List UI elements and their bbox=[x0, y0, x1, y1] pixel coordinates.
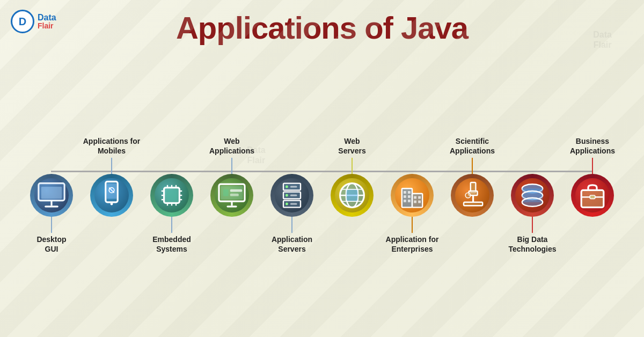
line-bottom-embedded bbox=[171, 217, 172, 233]
node-app-servers: ApplicationServers bbox=[262, 128, 322, 262]
svg-rect-50 bbox=[404, 195, 406, 198]
line-top-business bbox=[592, 158, 593, 174]
svg-rect-29 bbox=[230, 189, 242, 192]
svg-rect-52 bbox=[404, 200, 406, 202]
line-bottom-scientific bbox=[472, 217, 473, 233]
svg-rect-38 bbox=[290, 194, 297, 196]
svg-rect-56 bbox=[414, 201, 416, 203]
line-top-scientific bbox=[472, 158, 473, 174]
node-bigdata: Big DataTechnologies bbox=[502, 128, 562, 262]
node-scientific: ScientificApplications bbox=[442, 128, 502, 262]
page-title: Applications of Java bbox=[0, 0, 644, 46]
svg-rect-37 bbox=[290, 186, 297, 187]
svg-rect-61 bbox=[464, 202, 482, 206]
node-embedded: EmbeddedSystems bbox=[142, 128, 202, 262]
label-bottom-embedded: EmbeddedSystems bbox=[152, 233, 191, 262]
node-business: BusinessApplications bbox=[562, 128, 623, 262]
line-top-app-servers bbox=[291, 158, 292, 174]
svg-point-35 bbox=[286, 194, 288, 197]
circle-outer-desktop-gui bbox=[30, 174, 73, 217]
label-bottom-app-servers: ApplicationServers bbox=[272, 233, 312, 262]
circle-inner-enterprises bbox=[395, 178, 429, 213]
nodes-container: DesktopGUI Applications forMobiles bbox=[21, 64, 623, 326]
svg-rect-54 bbox=[414, 196, 416, 199]
svg-rect-45 bbox=[346, 189, 358, 201]
logo-text: Data Flair bbox=[38, 13, 56, 31]
node-desktop-gui: DesktopGUI bbox=[21, 128, 82, 262]
node-web-servers: WebServers bbox=[322, 128, 382, 262]
svg-rect-57 bbox=[418, 201, 421, 203]
circle-inner-bigdata bbox=[515, 178, 550, 213]
line-bottom-app-servers bbox=[291, 217, 292, 233]
circle-outer-scientific bbox=[451, 174, 494, 217]
label-top-web-apps: WebApplications bbox=[209, 128, 254, 158]
svg-point-34 bbox=[286, 186, 288, 188]
line-top-desktop-gui bbox=[51, 158, 52, 174]
svg-point-36 bbox=[286, 203, 288, 206]
svg-rect-11 bbox=[166, 190, 177, 200]
line-bottom-business bbox=[592, 217, 593, 233]
line-bottom-desktop-gui bbox=[51, 217, 52, 233]
svg-point-7 bbox=[111, 203, 113, 206]
circle-outer-app-servers bbox=[270, 174, 313, 217]
svg-rect-28 bbox=[223, 189, 229, 196]
label-top-mobile-apps: Applications forMobiles bbox=[83, 128, 141, 158]
circle-outer-mobile-apps bbox=[90, 174, 133, 217]
circle-inner-app-servers bbox=[275, 178, 309, 213]
line-bottom-bigdata bbox=[532, 217, 533, 233]
svg-rect-55 bbox=[418, 196, 421, 199]
logo-flair: Flair bbox=[38, 22, 56, 30]
line-top-mobile-apps bbox=[111, 158, 112, 174]
svg-rect-48 bbox=[404, 191, 406, 194]
logo-icon bbox=[11, 10, 34, 33]
line-bottom-enterprises bbox=[412, 217, 413, 233]
circle-outer-bigdata bbox=[511, 174, 554, 217]
svg-rect-53 bbox=[408, 200, 411, 202]
line-bottom-web-servers bbox=[352, 217, 353, 233]
svg-rect-27 bbox=[226, 206, 237, 207]
line-bottom-web-apps bbox=[231, 217, 232, 233]
line-top-bigdata bbox=[532, 158, 533, 174]
node-enterprises: Application forEnterprises bbox=[382, 128, 442, 262]
svg-rect-47 bbox=[412, 194, 422, 208]
label-bottom-bigdata: Big DataTechnologies bbox=[508, 233, 556, 262]
circle-outer-embedded bbox=[150, 174, 193, 217]
circle-inner-scientific bbox=[455, 178, 489, 213]
node-web-apps: WebApplications bbox=[202, 128, 262, 262]
circle-outer-web-apps bbox=[210, 174, 253, 217]
circle-outer-enterprises bbox=[391, 174, 434, 217]
svg-rect-30 bbox=[230, 194, 239, 196]
timeline: DesktopGUI Applications forMobiles bbox=[21, 64, 623, 326]
line-top-web-servers bbox=[352, 158, 353, 174]
label-top-business: BusinessApplications bbox=[570, 128, 615, 158]
circle-outer-business bbox=[571, 174, 614, 217]
label-top-scientific: ScientificApplications bbox=[450, 128, 495, 158]
svg-rect-3 bbox=[45, 206, 58, 207]
line-top-web-apps bbox=[231, 158, 232, 174]
line-top-enterprises bbox=[412, 158, 413, 174]
circle-inner-web-servers bbox=[335, 178, 369, 213]
circle-inner-embedded bbox=[155, 178, 189, 213]
circle-outer-web-servers bbox=[331, 174, 374, 217]
line-top-embedded bbox=[171, 158, 172, 174]
svg-rect-51 bbox=[408, 195, 411, 198]
svg-rect-70 bbox=[590, 195, 595, 199]
label-bottom-enterprises: Application forEnterprises bbox=[386, 233, 439, 262]
line-bottom-mobile-apps bbox=[111, 217, 112, 233]
svg-rect-4 bbox=[41, 187, 62, 199]
circle-inner-web-apps bbox=[215, 178, 249, 213]
circle-inner-desktop-gui bbox=[34, 178, 69, 213]
logo-data: Data bbox=[38, 13, 56, 23]
label-top-web-servers: WebServers bbox=[338, 128, 365, 158]
svg-point-62 bbox=[465, 193, 471, 198]
svg-rect-49 bbox=[408, 191, 411, 194]
node-mobile-apps: Applications forMobiles bbox=[82, 128, 142, 262]
svg-point-67 bbox=[522, 198, 543, 207]
logo: Data Flair bbox=[11, 10, 56, 33]
watermark-1: DataFlair bbox=[593, 30, 612, 50]
label-bottom-desktop-gui: DesktopGUI bbox=[36, 233, 66, 262]
svg-rect-46 bbox=[402, 188, 412, 207]
circle-inner-mobile-apps bbox=[94, 178, 129, 213]
circle-inner-business bbox=[575, 178, 610, 213]
svg-rect-39 bbox=[290, 203, 297, 204]
